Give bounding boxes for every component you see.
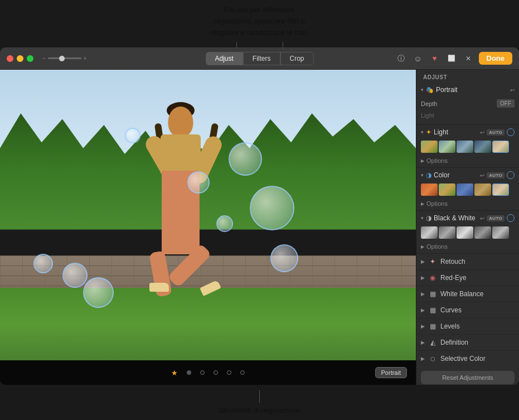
slider-max-icon: + (84, 55, 87, 61)
color-section: ▾ ◑ Color ↩ AUTO (416, 168, 519, 211)
color-options-row[interactable]: ▶ Options (416, 199, 519, 210)
indicator-dot-6[interactable] (240, 370, 245, 375)
bw-icon: ◑ (426, 214, 431, 222)
red-eye-icon: ◉ (428, 274, 437, 282)
portrait-section-header[interactable]: ▾ 🎭 Portrait ↩ (416, 83, 519, 97)
bw-thumb-3[interactable] (457, 226, 473, 239)
maximize-button[interactable] (27, 55, 33, 62)
definition-row[interactable]: ▶ ◭ Definition (416, 335, 519, 351)
heart-button[interactable]: ♥ (429, 52, 441, 65)
depth-off-badge: OFF (497, 99, 515, 108)
portrait-title: Portrait (436, 86, 510, 94)
color-chevron-icon: ▾ (421, 172, 424, 178)
color-section-header[interactable]: ▾ ◑ Color ↩ AUTO (416, 168, 519, 182)
indicator-dot-4[interactable] (214, 370, 218, 375)
light-undo-icon[interactable]: ↩ (480, 129, 484, 136)
portrait-undo-icon[interactable]: ↩ (510, 87, 515, 93)
levels-row[interactable]: ▶ ▦ Levels (416, 318, 519, 335)
bw-options-label: Options (426, 243, 448, 250)
heart-icon: ♥ (433, 54, 437, 62)
light-options-row[interactable]: ▶ Options (416, 156, 519, 167)
bw-section-header[interactable]: ▾ ◑ Black & White ↩ AUTO (416, 211, 519, 225)
bw-thumb-4[interactable] (474, 226, 491, 239)
tab-crop[interactable]: Crop (280, 52, 314, 65)
bw-thumb-1[interactable] (421, 226, 438, 239)
retouch-label: Retouch (440, 258, 515, 265)
light-actions: ↩ AUTO (480, 128, 515, 136)
info-button[interactable]: ⓘ (395, 52, 408, 65)
bw-auto-badge[interactable]: AUTO (487, 215, 505, 221)
bubble-9 (125, 128, 140, 143)
done-button[interactable]: Done (479, 52, 513, 65)
portrait-mode-button[interactable]: Portrait (375, 367, 407, 378)
more-button[interactable]: ✕ (462, 52, 474, 65)
light-circle-button[interactable] (507, 128, 515, 136)
bw-options-chevron: ▶ (421, 244, 424, 249)
photo-person (125, 107, 236, 296)
color-thumb-4[interactable] (474, 184, 491, 196)
portrait-icon: 🎭 (426, 86, 434, 94)
color-auto-badge[interactable]: AUTO (487, 172, 505, 178)
slider-thumb[interactable] (59, 56, 65, 61)
bubble-6 (62, 263, 88, 288)
color-circle-button[interactable] (507, 171, 515, 179)
selective-color-row[interactable]: ▶ ⬡ Selective Color (416, 351, 519, 366)
bottom-bar: ★ Portrait (0, 360, 416, 385)
photo-area: ★ Portrait (0, 70, 416, 385)
bw-circle-button[interactable] (507, 214, 515, 222)
indicator-star[interactable]: ★ (171, 369, 178, 376)
share-button[interactable]: ⬜ (445, 52, 458, 65)
color-thumb-1[interactable] (421, 184, 438, 196)
bw-section: ▾ ◑ Black & White ↩ AUTO (416, 211, 519, 254)
curves-label: Curves (440, 306, 515, 314)
more-icon: ✕ (465, 55, 471, 62)
bw-options-row[interactable]: ▶ Options (416, 242, 519, 253)
bw-thumb-5[interactable] (492, 226, 509, 239)
light-section-header[interactable]: ▾ ✦ Light ↩ AUTO (416, 125, 519, 139)
minimize-button[interactable] (17, 55, 23, 62)
curves-icon: ▦ (428, 306, 437, 314)
portrait-depth-row: Depth OFF (421, 99, 515, 108)
bottom-annotation-text: Strumenti di regolazione (219, 406, 300, 414)
bottom-annotation: Strumenti di regolazione (0, 382, 519, 420)
panel-header: ADJUST (416, 70, 519, 83)
light-auto-badge[interactable]: AUTO (487, 129, 505, 136)
light-thumb-3[interactable] (457, 141, 473, 153)
light-thumb-1[interactable] (421, 141, 438, 153)
tab-adjust[interactable]: Adjust (205, 52, 242, 65)
info-icon: ⓘ (397, 54, 405, 64)
brightness-slider-area[interactable]: − + (42, 55, 87, 61)
definition-icon: ◭ (428, 339, 437, 346)
portrait-section: ▾ 🎭 Portrait ↩ Depth OFF Light (416, 83, 519, 125)
color-section-content: ▶ Options (416, 182, 519, 210)
levels-label: Levels (440, 322, 515, 330)
selective-color-icon: ⬡ (428, 356, 437, 362)
definition-chevron-icon: ▶ (421, 340, 425, 345)
close-button[interactable] (7, 55, 13, 62)
tab-filters[interactable]: Filters (243, 52, 280, 65)
face-button[interactable]: ☺ (412, 52, 424, 65)
color-thumb-5[interactable] (492, 184, 509, 196)
red-eye-row[interactable]: ▶ ◉ Red-Eye (416, 270, 519, 286)
curves-row[interactable]: ▶ ▦ Curves (416, 302, 519, 318)
bw-undo-icon[interactable]: ↩ (480, 215, 484, 221)
bw-thumb-2[interactable] (439, 226, 455, 239)
light-thumb-2[interactable] (439, 141, 455, 153)
face-icon: ☺ (414, 54, 421, 63)
portrait-section-content: Depth OFF Light (416, 97, 519, 124)
slider-track[interactable] (48, 57, 81, 59)
color-thumb-3[interactable] (457, 184, 473, 196)
indicator-dot-2[interactable] (187, 370, 191, 375)
indicator-dot-3[interactable] (200, 370, 205, 375)
light-thumb-4[interactable] (474, 141, 491, 153)
white-balance-row[interactable]: ▶ ▦ White Balance (416, 286, 519, 302)
color-thumb-2[interactable] (439, 184, 455, 196)
bubble-5 (270, 244, 298, 272)
bottom-annotation-line (259, 390, 260, 403)
portrait-light-row: Light (421, 110, 515, 120)
reset-adjustments-button[interactable]: Reset Adjustments (421, 371, 515, 384)
indicator-dot-5[interactable] (227, 370, 231, 375)
light-thumb-5[interactable] (492, 141, 509, 153)
color-undo-icon[interactable]: ↩ (480, 172, 484, 178)
retouch-row[interactable]: ▶ ✦ Retouch (416, 254, 519, 270)
